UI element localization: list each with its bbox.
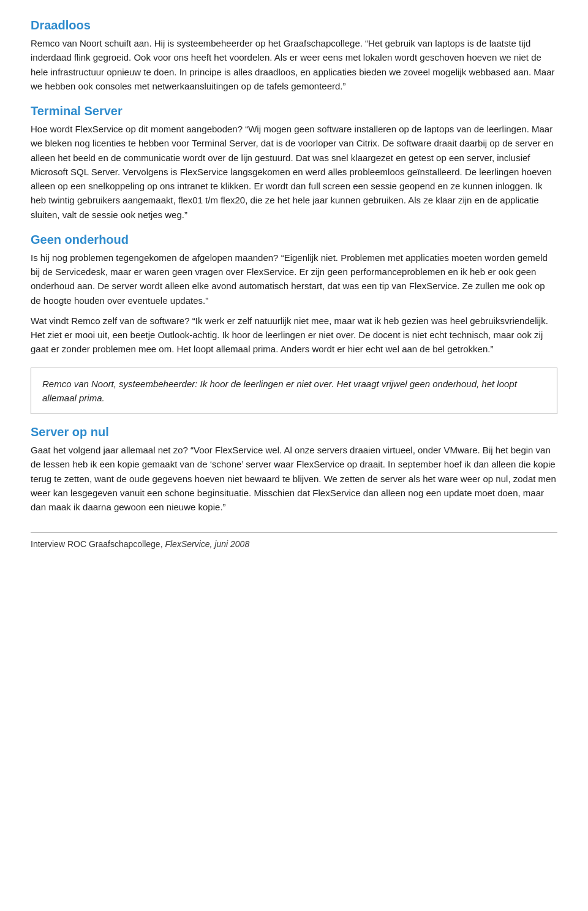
quote-box: Remco van Noort, systeembeheerder: Ik ho… xyxy=(31,368,557,415)
paragraph-geen-onderhoud-1: Is hij nog problemen tegengekomen de afg… xyxy=(31,251,557,308)
paragraph-server-op-nul: Gaat het volgend jaar allemaal net zo? “… xyxy=(31,443,557,514)
page-content: Draadloos Remco van Noort schuift aan. H… xyxy=(31,18,557,555)
heading-server-op-nul: Server op nul xyxy=(31,425,557,439)
heading-terminal-server: Terminal Server xyxy=(31,104,557,118)
quote-text: Remco van Noort, systeembeheerder: Ik ho… xyxy=(42,379,517,403)
paragraph-terminal-server: Hoe wordt FlexService op dit moment aang… xyxy=(31,122,557,222)
paragraph-draadloos: Remco van Noort schuift aan. Hij is syst… xyxy=(31,36,557,93)
paragraph-geen-onderhoud-2: Wat vindt Remco zelf van de software? “I… xyxy=(31,314,557,357)
heading-draadloos: Draadloos xyxy=(31,18,557,32)
footer-prefix: Interview ROC Graafschapcollege, xyxy=(31,539,165,549)
footer-italic: FlexService, juni 2008 xyxy=(165,539,249,549)
heading-geen-onderhoud: Geen onderhoud xyxy=(31,233,557,247)
footer: Interview ROC Graafschapcollege, FlexSer… xyxy=(31,532,557,555)
